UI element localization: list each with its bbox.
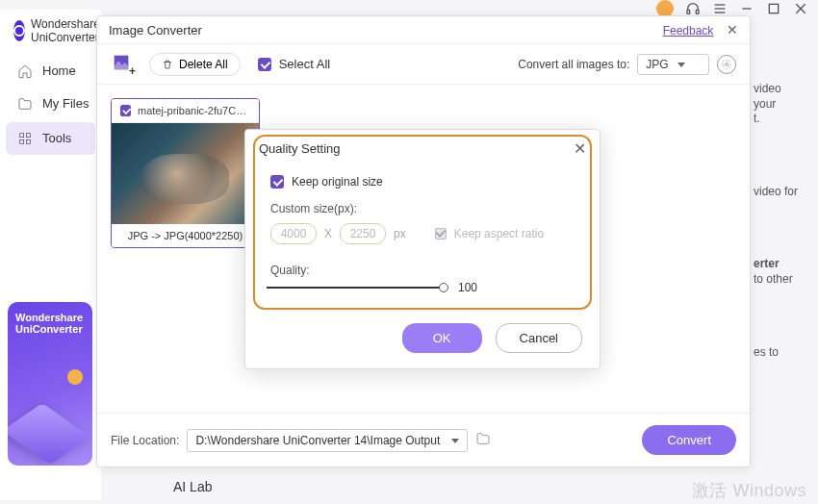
sidebar-item-label: My Files (42, 96, 89, 111)
delete-all-label: Delete All (179, 58, 228, 71)
peek-text: your (754, 97, 776, 111)
svg-rect-9 (20, 133, 24, 137)
tools-icon (17, 131, 33, 146)
modal-title: Quality Setting (259, 141, 341, 156)
chevron-down-icon (451, 439, 459, 443)
delete-all-button[interactable]: Delete All (149, 53, 241, 76)
brand-line2: UniConverter (31, 31, 100, 44)
peek-text: es to (754, 345, 811, 361)
sidebar-item-label: Tools (42, 131, 71, 145)
svg-rect-12 (26, 139, 30, 143)
format-select[interactable]: JPG (637, 54, 709, 75)
close-icon[interactable] (793, 1, 808, 16)
background-peek: video your t. video for erter to other e… (754, 82, 811, 417)
image-tile[interactable]: matej-pribanic-2fu7CskIT... JPG -> JPG(4… (111, 98, 260, 248)
width-input[interactable]: 4000 (270, 223, 317, 244)
settings-frame: Keep original size Custom size(px): 4000… (253, 135, 592, 310)
chevron-down-icon (677, 63, 685, 67)
feedback-link[interactable]: Feedback (663, 24, 714, 38)
file-location-select[interactable]: D:\Wondershare UniConverter 14\Image Out… (187, 429, 468, 452)
aspect-label: Keep aspect ratio (454, 227, 544, 240)
home-icon (17, 63, 33, 79)
select-all-checkbox[interactable]: Select All (258, 57, 330, 71)
quality-label: Quality: (270, 264, 578, 277)
tile-caption: JPG -> JPG(4000*2250) (112, 224, 259, 247)
convert-button[interactable]: Convert (642, 425, 736, 455)
settings-button[interactable] (717, 55, 736, 74)
trash-icon (162, 59, 173, 70)
add-image-button[interactable]: + (111, 52, 132, 76)
svg-rect-6 (769, 4, 778, 13)
minimize-icon[interactable] (739, 1, 754, 16)
select-all-label: Select All (279, 57, 330, 71)
file-location-label: File Location: (111, 434, 179, 447)
brand-logo-icon (13, 20, 25, 41)
open-folder-button[interactable] (475, 431, 491, 449)
plus-icon: + (129, 64, 136, 78)
promo-card[interactable]: Wondershare UniConverter (8, 302, 92, 466)
format-value: JPG (646, 58, 668, 71)
peek-text: video (754, 82, 781, 95)
window-title: Image Converter (109, 23, 202, 38)
checkbox-checked-icon (270, 175, 284, 189)
quality-slider[interactable] (267, 281, 445, 294)
folder-icon (475, 431, 491, 446)
keep-original-checkbox[interactable]: Keep original size (270, 175, 578, 189)
convert-all-label: Convert all images to: (518, 58, 629, 71)
sidebar-item-label: Home (42, 63, 76, 78)
sidebar-item-myfiles[interactable]: My Files (0, 88, 101, 120)
x-separator: X (324, 227, 332, 240)
slider-track (267, 287, 445, 289)
sidebar-item-tools[interactable]: Tools (6, 122, 95, 155)
cancel-button[interactable]: Cancel (496, 323, 582, 353)
promo-decoration-icon (67, 369, 83, 385)
tile-thumbnail (112, 123, 259, 224)
window-close-icon[interactable]: ✕ (727, 22, 738, 38)
svg-rect-10 (26, 133, 30, 137)
peek-text: erter (754, 257, 780, 270)
maximize-icon[interactable] (766, 1, 781, 16)
promo-line1: Wondershare (15, 312, 85, 323)
ai-lab-label: AI Lab (173, 479, 212, 494)
brand-text: Wondershare UniConverter (31, 17, 100, 45)
peek-text: t. (754, 112, 760, 125)
modal-close-icon[interactable]: ✕ (574, 139, 586, 158)
slider-thumb-icon[interactable] (439, 283, 448, 292)
windows-watermark: 激活 Windows (692, 479, 806, 502)
tile-filename: matej-pribanic-2fu7CskIT... (138, 105, 251, 116)
keep-original-label: Keep original size (292, 175, 383, 189)
svg-rect-0 (687, 10, 690, 13)
file-location-path: D:\Wondershare UniConverter 14\Image Out… (195, 434, 440, 447)
headset-icon[interactable] (685, 1, 701, 16)
folder-icon (17, 96, 33, 112)
quality-value: 100 (458, 281, 477, 294)
custom-size-label: Custom size(px): (270, 202, 578, 215)
px-label: px (394, 227, 406, 240)
aspect-checkbox[interactable] (435, 228, 447, 239)
promo-line2: UniConverter (15, 323, 85, 335)
sidebar-item-home[interactable]: Home (0, 55, 101, 88)
svg-rect-11 (20, 139, 24, 143)
window-toolbar: + Delete All Select All Convert all imag… (97, 44, 750, 85)
svg-rect-1 (696, 10, 699, 13)
window-footer: File Location: D:\Wondershare UniConvert… (97, 413, 750, 466)
quality-setting-modal: Quality Setting ✕ Keep original size Cus… (244, 129, 601, 369)
brand: Wondershare UniConverter (0, 10, 101, 55)
hamburger-icon[interactable] (712, 1, 728, 16)
peek-text: video for (754, 185, 811, 200)
peek-text: to other (754, 272, 793, 286)
height-input[interactable]: 2250 (340, 223, 386, 244)
ok-button[interactable]: OK (402, 323, 482, 353)
brand-line1: Wondershare (31, 17, 100, 31)
checkbox-checked-icon (258, 58, 271, 71)
tile-checkbox-icon[interactable] (120, 105, 131, 116)
svg-point-13 (726, 63, 729, 65)
gear-icon (721, 59, 732, 70)
window-header: Image Converter Feedback ✕ (97, 16, 750, 44)
